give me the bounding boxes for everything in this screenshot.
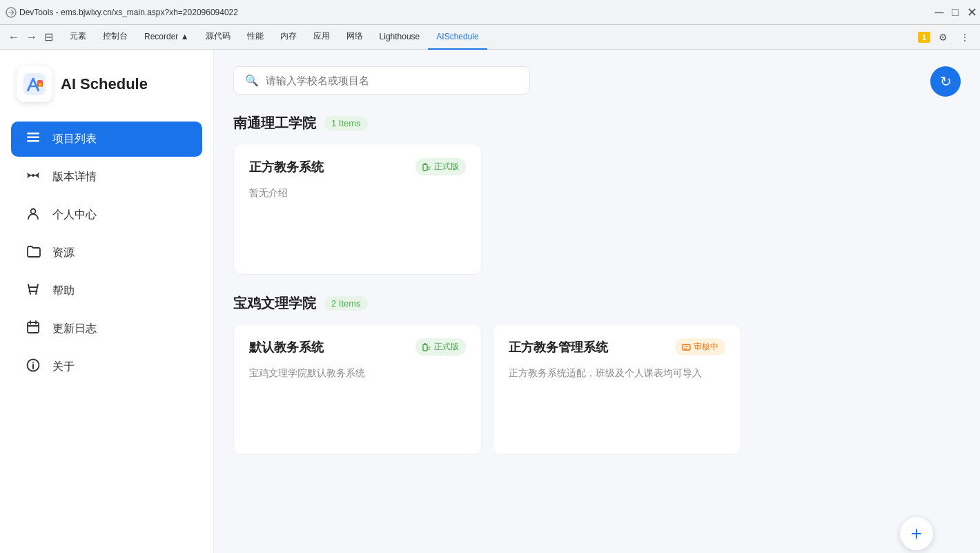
svg-rect-4	[27, 133, 39, 135]
svg-rect-14	[423, 164, 427, 171]
sidebar-item-personal-center[interactable]: 个人中心	[11, 197, 202, 233]
app-container: AI Schedule 项目列表版本详情个人中心资源帮助更新日志关于 🔍 ↻ 南…	[0, 50, 980, 553]
project-list-icon	[25, 130, 41, 148]
search-icon: 🔍	[245, 74, 259, 87]
sidebar-item-resources[interactable]: 资源	[11, 235, 202, 271]
refresh-button[interactable]: ↻	[930, 66, 961, 97]
version-detail-icon	[25, 168, 41, 186]
project-card-baoji-2[interactable]: 正方教务管理系统审核中正方教务系统适配，班级及个人课表均可导入	[493, 324, 741, 455]
devtools-tab-elements[interactable]: 元素	[61, 25, 95, 50]
more-button[interactable]: ⋮	[955, 28, 974, 47]
svg-point-10	[31, 209, 36, 214]
search-bar: 🔍	[233, 66, 530, 95]
changelog-icon	[25, 320, 41, 338]
devtools-tab-application[interactable]: 应用	[305, 25, 338, 50]
maximize-button[interactable]: □	[952, 7, 959, 18]
main-content: 🔍 ↻ 南通理工学院1 Items正方教务系统正式版暂无介绍宝鸡文理学院2 It…	[214, 50, 980, 553]
sidebar-item-label-changelog: 更新日志	[52, 322, 97, 336]
add-button[interactable]: +	[900, 517, 933, 550]
cards-grid-baoji: 默认教务系统正式版宝鸡文理学院默认教务系统正方教务管理系统审核中正方教务系统适配…	[233, 324, 961, 455]
section-nantong: 南通理工学院1 Items正方教务系统正式版暂无介绍	[233, 114, 961, 275]
personal-center-icon	[25, 206, 41, 224]
sidebar-item-changelog[interactable]: 更新日志	[11, 311, 202, 347]
sidebar-item-label-version-detail: 版本详情	[52, 170, 97, 184]
section-badge-nantong: 1 Items	[324, 116, 368, 130]
resources-icon	[25, 244, 41, 262]
back-icon[interactable]: ←	[6, 31, 22, 43]
devtools-tabbar: ← → ⊟ 元素控制台Recorder ▲源代码性能内存应用网络Lighthou…	[0, 25, 980, 50]
svg-rect-18	[683, 345, 690, 350]
devtools-tab-lighthouse[interactable]: Lighthouse	[371, 25, 429, 50]
svg-rect-17	[424, 343, 426, 345]
cards-grid-nantong: 正方教务系统正式版暂无介绍	[233, 144, 961, 275]
card-badge-baoji-2: 审核中	[675, 338, 725, 356]
svg-rect-6	[27, 140, 39, 142]
app-logo	[17, 66, 52, 102]
devtools-icon	[6, 7, 17, 18]
sidebar-item-about[interactable]: 关于	[11, 349, 202, 385]
devtools-right-actions: 1 ⚙ ⋮	[918, 28, 974, 47]
project-card-nantong-1[interactable]: 正方教务系统正式版暂无介绍	[233, 144, 482, 275]
card-title-baoji-2: 正方教务管理系统	[509, 339, 608, 356]
svg-rect-3	[39, 83, 41, 87]
devtools-title: DevTools - ems.bjwlxy.cn/xs_main.aspx?xh…	[19, 8, 930, 17]
app-logo-area: AI Schedule	[11, 66, 202, 102]
devtools-tabs: 元素控制台Recorder ▲源代码性能内存应用网络LighthouseAISc…	[61, 25, 918, 50]
card-badge-nantong-1: 正式版	[415, 158, 466, 175]
devtools-tab-aischedule[interactable]: AISchedule	[428, 25, 487, 50]
app-title: AI Schedule	[61, 75, 148, 93]
about-icon	[25, 358, 41, 376]
card-badge-baoji-1: 正式版	[415, 338, 466, 356]
settings-button[interactable]: ⚙	[933, 28, 952, 47]
sidebar-nav: 项目列表版本详情个人中心资源帮助更新日志关于	[11, 122, 202, 385]
minimize-button[interactable]: ─	[935, 6, 944, 19]
devtools-tab-recorder[interactable]: Recorder ▲	[136, 25, 197, 50]
sidebar-item-label-resources: 资源	[52, 246, 75, 260]
devtools-tab-performance[interactable]: 性能	[239, 25, 272, 50]
section-title-nantong: 南通理工学院	[233, 114, 316, 133]
close-button[interactable]: ✕	[967, 6, 977, 19]
devtools-tab-console[interactable]: 控制台	[95, 25, 136, 50]
sidebar-item-label-project-list: 项目列表	[52, 132, 97, 146]
notification-badge[interactable]: 1	[918, 32, 930, 43]
sidebar-item-label-help: 帮助	[52, 284, 75, 298]
search-input[interactable]	[266, 75, 518, 86]
svg-rect-11	[28, 322, 39, 333]
card-desc-baoji-2: 正方教务系统适配，班级及个人课表均可导入	[509, 365, 725, 380]
svg-point-13	[32, 362, 34, 364]
sections-container: 南通理工学院1 Items正方教务系统正式版暂无介绍宝鸡文理学院2 Items默…	[233, 114, 961, 474]
card-desc-baoji-1: 宝鸡文理学院默认教务系统	[249, 365, 466, 380]
devtools-tab-sources[interactable]: 源代码	[197, 25, 239, 50]
card-title-baoji-1: 默认教务系统	[249, 339, 324, 356]
section-header-nantong: 南通理工学院1 Items	[233, 114, 961, 133]
section-header-baoji: 宝鸡文理学院2 Items	[233, 294, 961, 313]
section-title-baoji: 宝鸡文理学院	[233, 294, 316, 313]
card-header-baoji-2: 正方教务管理系统审核中	[509, 338, 725, 356]
help-icon	[25, 282, 41, 300]
svg-point-8	[32, 174, 35, 177]
card-header-baoji-1: 默认教务系统正式版	[249, 338, 466, 356]
card-title-nantong-1: 正方教务系统	[249, 159, 324, 175]
svg-rect-16	[423, 345, 427, 351]
sidebar: AI Schedule 项目列表版本详情个人中心资源帮助更新日志关于	[0, 50, 214, 553]
sidebar-item-project-list[interactable]: 项目列表	[11, 122, 202, 157]
logo-svg	[22, 72, 47, 97]
card-desc-nantong-1: 暂无介绍	[249, 185, 466, 200]
devtools-tab-memory[interactable]: 内存	[272, 25, 305, 50]
project-card-baoji-1[interactable]: 默认教务系统正式版宝鸡文理学院默认教务系统	[233, 324, 482, 455]
card-header-nantong-1: 正方教务系统正式版	[249, 158, 466, 175]
devtools-tab-network[interactable]: 网络	[338, 25, 371, 50]
sidebar-item-help[interactable]: 帮助	[11, 273, 202, 309]
svg-rect-15	[424, 163, 426, 165]
devtools-titlebar: DevTools - ems.bjwlxy.cn/xs_main.aspx?xh…	[0, 0, 980, 25]
sidebar-item-label-about: 关于	[52, 360, 75, 374]
svg-rect-5	[27, 137, 39, 139]
section-baoji: 宝鸡文理学院2 Items默认教务系统正式版宝鸡文理学院默认教务系统正方教务管理…	[233, 294, 961, 455]
section-badge-baoji: 2 Items	[324, 296, 368, 311]
forward-icon[interactable]: →	[23, 31, 40, 43]
sidebar-item-label-personal-center: 个人中心	[52, 208, 97, 222]
dock-icon[interactable]: ⊟	[41, 30, 56, 43]
sidebar-item-version-detail[interactable]: 版本详情	[11, 159, 202, 195]
